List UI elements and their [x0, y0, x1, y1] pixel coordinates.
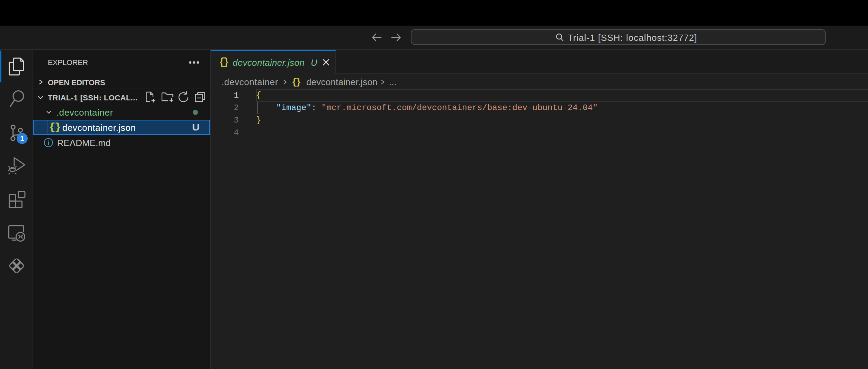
svg-text:i: i [47, 139, 49, 146]
